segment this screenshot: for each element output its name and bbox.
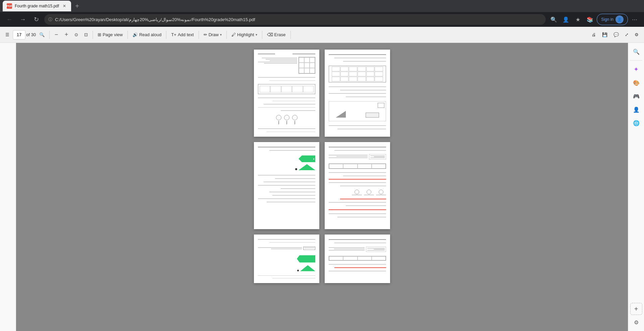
browser-profile-button[interactable]: 👤 (560, 14, 571, 25)
active-tab[interactable]: PDF Fourth grade math15.pdf ✕ (3, 1, 71, 11)
sidebar-right: 🔍 ✦ 🎨 🎮 👤 🌐 + ⚙ (628, 43, 644, 331)
separator-4 (166, 31, 166, 39)
pdf-page-4 (325, 142, 390, 229)
separator-3 (127, 31, 128, 39)
page-view-icon: ⊞ (98, 32, 101, 37)
settings-button[interactable]: ⚙ (632, 31, 641, 39)
comment-icon: 💬 (613, 32, 619, 37)
settings-icon: ⚙ (635, 32, 639, 37)
address-info-icon: ⓘ (48, 17, 52, 22)
browser-actions: 🔍 👤 ★ 📚 Sign in 👤 ⋯ (548, 14, 640, 25)
fit-page-icon: ⊡ (84, 32, 88, 37)
pdf-toolbar: ☰ of 30 🔍 − + ⊙ ⊡ ⊞ Page view 🔊 Read alo… (0, 27, 644, 43)
menu-icon: ☰ (5, 32, 9, 37)
tab-close-button[interactable]: ✕ (62, 3, 67, 9)
add-extension-button[interactable]: + (630, 303, 642, 315)
add-text-button[interactable]: T+ Add text (168, 31, 196, 39)
separator-5 (199, 31, 199, 39)
draw-dropdown-arrow: ▾ (220, 33, 222, 37)
separator-7 (262, 31, 262, 39)
more-button[interactable]: ⋯ (629, 14, 640, 25)
pdf-page-row-2: ▶ (254, 142, 390, 229)
ai-extension-button[interactable]: ✦ (630, 63, 642, 75)
new-tab-button[interactable]: + (72, 1, 82, 11)
highlight-button[interactable]: 🖊 Highlight ▾ (229, 31, 260, 39)
find-button[interactable]: 🔍 (37, 31, 47, 39)
sign-in-button[interactable]: Sign in 👤 (597, 14, 628, 25)
page-number-input[interactable] (13, 30, 25, 40)
fit-page-button[interactable]: ⊡ (82, 31, 91, 39)
forward-button[interactable]: → (17, 14, 28, 25)
pdf-page-1 (254, 50, 319, 137)
sidebar-settings-button[interactable]: ⚙ (630, 316, 642, 328)
address-text: C:/Users/Green%20rayan/Desktop/ali/نمونه… (55, 17, 542, 22)
game-extension-button[interactable]: 🎮 (630, 90, 642, 102)
draw-button[interactable]: ✏ Draw ▾ (201, 31, 224, 39)
print-icon: 🖨 (592, 32, 596, 37)
separator-8 (290, 31, 291, 39)
paint-extension-button[interactable]: 🎨 (630, 77, 642, 89)
tab-bar: PDF Fourth grade math15.pdf ✕ + (0, 0, 644, 12)
zoom-fit-button[interactable]: ⊙ (72, 31, 81, 39)
separator-2 (93, 31, 93, 39)
zoom-in-button[interactable]: + (62, 30, 71, 40)
pdf-page-3: ▶ (254, 142, 319, 229)
browser-controls: ← → ↻ ⓘ C:/Users/Green%20rayan/Desktop/a… (0, 12, 644, 27)
save-button[interactable]: 💾 (599, 31, 610, 39)
expand-button[interactable]: ⤢ (622, 31, 631, 39)
profile-avatar: 👤 (615, 15, 624, 23)
pdf-viewer-main: ☰ of 30 🔍 − + ⊙ ⊡ ⊞ Page view 🔊 Read alo… (0, 27, 644, 331)
person-extension-button[interactable]: 👤 (630, 104, 642, 116)
pdf-page-row-1 (254, 50, 390, 137)
fit-width-icon: ⊙ (74, 32, 78, 37)
read-aloud-button[interactable]: 🔊 Read aloud (130, 31, 164, 39)
add-text-icon: T+ (171, 32, 176, 37)
address-bar[interactable]: ⓘ C:/Users/Green%20rayan/Desktop/ali/نمو… (44, 14, 546, 25)
read-aloud-icon: 🔊 (132, 32, 138, 37)
page-view-button[interactable]: ⊞ Page view (95, 31, 125, 39)
expand-icon: ⤢ (625, 32, 629, 37)
pdf-page-6 (325, 235, 390, 283)
erase-button[interactable]: ⌫ Erase (264, 31, 288, 39)
comment-button[interactable]: 💬 (611, 31, 622, 39)
erase-icon: ⌫ (267, 32, 273, 37)
back-button[interactable]: ← (4, 14, 15, 25)
separator-6 (226, 31, 227, 39)
search-web-button[interactable]: 🔍 (548, 14, 559, 25)
print-button[interactable]: 🖨 (589, 31, 599, 39)
collections-button[interactable]: 📚 (585, 14, 595, 25)
sidebar-toggle-button[interactable]: ☰ (3, 31, 12, 39)
zoom-out-button[interactable]: − (52, 30, 61, 40)
browser-chrome: PDF Fourth grade math15.pdf ✕ + ← → ↻ ⓘ … (0, 0, 644, 27)
tab-favicon: PDF (7, 3, 12, 9)
favorites-button[interactable]: ★ (573, 14, 583, 25)
highlight-icon: 🖊 (231, 32, 236, 37)
pdf-viewer: ▶ (0, 43, 644, 331)
save-icon: 💾 (602, 32, 607, 37)
search-icon: 🔍 (39, 32, 45, 37)
page-total: of 30 (26, 32, 36, 37)
pdf-page-row-3 (254, 235, 390, 283)
edge-extension-button[interactable]: 🌐 (630, 117, 642, 129)
tab-title: Fourth grade math15.pdf (15, 4, 59, 8)
separator-1 (49, 31, 50, 39)
pdf-page-5 (254, 235, 319, 283)
draw-icon: ✏ (204, 32, 207, 37)
pdf-page-2 (325, 50, 390, 137)
search-sidebar-button[interactable]: 🔍 (630, 46, 642, 58)
highlight-dropdown-arrow: ▾ (256, 33, 257, 37)
pdf-content[interactable]: ▶ (16, 43, 628, 331)
sidebar-left (0, 43, 16, 331)
refresh-button[interactable]: ↻ (31, 14, 42, 25)
